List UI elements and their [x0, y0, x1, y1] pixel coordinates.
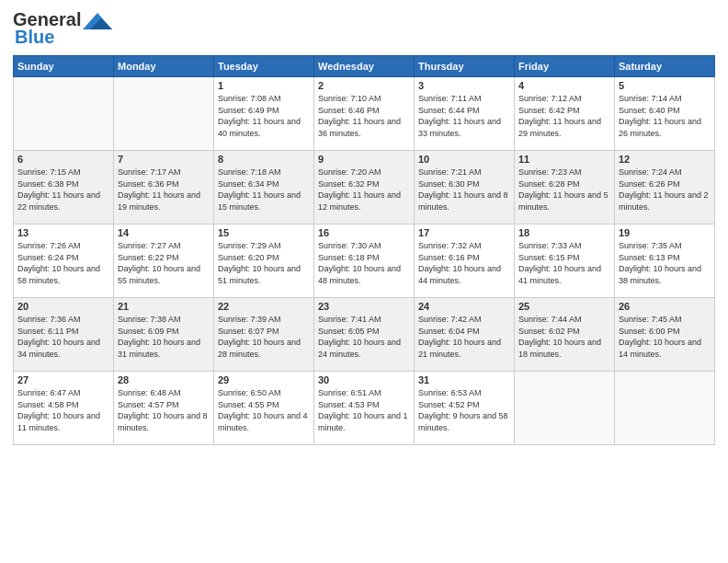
- calendar-cell: 7Sunrise: 7:17 AM Sunset: 6:36 PM Daylig…: [114, 151, 214, 224]
- calendar-cell: 24Sunrise: 7:42 AM Sunset: 6:04 PM Dayli…: [415, 298, 515, 372]
- day-info: Sunrise: 7:32 AM Sunset: 6:16 PM Dayligh…: [418, 240, 510, 286]
- day-number: 20: [17, 301, 109, 312]
- day-number: 12: [619, 154, 711, 165]
- day-info: Sunrise: 7:35 AM Sunset: 6:13 PM Dayligh…: [619, 240, 711, 286]
- day-info: Sunrise: 7:10 AM Sunset: 6:46 PM Dayligh…: [318, 93, 410, 139]
- calendar-cell: 21Sunrise: 7:38 AM Sunset: 6:09 PM Dayli…: [114, 298, 214, 372]
- day-info: Sunrise: 7:20 AM Sunset: 6:32 PM Dayligh…: [318, 167, 410, 213]
- calendar-week-row: 1Sunrise: 7:08 AM Sunset: 6:49 PM Daylig…: [14, 77, 715, 151]
- day-info: Sunrise: 7:45 AM Sunset: 6:00 PM Dayligh…: [619, 314, 711, 360]
- header-day: Saturday: [615, 56, 715, 77]
- day-number: 26: [619, 301, 711, 312]
- header-row: SundayMondayTuesdayWednesdayThursdayFrid…: [14, 56, 715, 77]
- day-info: Sunrise: 7:36 AM Sunset: 6:11 PM Dayligh…: [17, 314, 109, 360]
- day-number: 6: [17, 154, 109, 165]
- calendar-cell: 8Sunrise: 7:18 AM Sunset: 6:34 PM Daylig…: [214, 151, 314, 224]
- day-number: 2: [318, 80, 410, 91]
- day-number: 14: [118, 227, 210, 238]
- calendar-cell: 15Sunrise: 7:29 AM Sunset: 6:20 PM Dayli…: [214, 224, 314, 298]
- day-info: Sunrise: 7:41 AM Sunset: 6:05 PM Dayligh…: [318, 314, 410, 360]
- calendar-cell: 16Sunrise: 7:30 AM Sunset: 6:18 PM Dayli…: [314, 224, 415, 298]
- day-info: Sunrise: 7:27 AM Sunset: 6:22 PM Dayligh…: [118, 240, 210, 286]
- calendar-cell: 26Sunrise: 7:45 AM Sunset: 6:00 PM Dayli…: [615, 298, 715, 372]
- day-info: Sunrise: 7:11 AM Sunset: 6:44 PM Dayligh…: [418, 93, 510, 139]
- day-info: Sunrise: 7:15 AM Sunset: 6:38 PM Dayligh…: [17, 167, 109, 213]
- calendar-page: General Blue SundayMondayTuesdayWednesda…: [0, 0, 728, 563]
- logo-icon: [83, 13, 112, 29]
- day-info: Sunrise: 7:24 AM Sunset: 6:26 PM Dayligh…: [619, 167, 711, 213]
- calendar-week-row: 20Sunrise: 7:36 AM Sunset: 6:11 PM Dayli…: [14, 298, 715, 372]
- header-day: Monday: [114, 56, 214, 77]
- day-info: Sunrise: 6:53 AM Sunset: 4:52 PM Dayligh…: [418, 387, 510, 433]
- calendar-cell: 29Sunrise: 6:50 AM Sunset: 4:55 PM Dayli…: [214, 372, 314, 445]
- day-number: 22: [218, 301, 310, 312]
- day-number: 16: [318, 227, 410, 238]
- header-day: Friday: [515, 56, 615, 77]
- calendar-cell: [515, 372, 615, 445]
- day-number: 31: [418, 374, 510, 385]
- calendar-cell: 1Sunrise: 7:08 AM Sunset: 6:49 PM Daylig…: [214, 77, 314, 151]
- header-day: Sunday: [14, 56, 114, 77]
- calendar-cell: 14Sunrise: 7:27 AM Sunset: 6:22 PM Dayli…: [114, 224, 214, 298]
- day-info: Sunrise: 7:33 AM Sunset: 6:15 PM Dayligh…: [518, 240, 610, 286]
- calendar-cell: 10Sunrise: 7:21 AM Sunset: 6:30 PM Dayli…: [415, 151, 515, 224]
- day-number: 5: [619, 80, 711, 91]
- day-info: Sunrise: 7:14 AM Sunset: 6:40 PM Dayligh…: [619, 93, 711, 139]
- day-number: 3: [418, 80, 510, 91]
- day-number: 30: [318, 374, 410, 385]
- day-number: 28: [118, 374, 210, 385]
- header: General Blue: [13, 9, 715, 48]
- day-info: Sunrise: 7:39 AM Sunset: 6:07 PM Dayligh…: [218, 314, 310, 360]
- day-number: 10: [418, 154, 510, 165]
- day-info: Sunrise: 7:38 AM Sunset: 6:09 PM Dayligh…: [118, 314, 210, 360]
- calendar-cell: 3Sunrise: 7:11 AM Sunset: 6:44 PM Daylig…: [415, 77, 515, 151]
- day-info: Sunrise: 6:47 AM Sunset: 4:58 PM Dayligh…: [17, 387, 109, 433]
- day-number: 13: [17, 227, 109, 238]
- calendar-cell: 27Sunrise: 6:47 AM Sunset: 4:58 PM Dayli…: [14, 372, 114, 445]
- calendar-cell: 5Sunrise: 7:14 AM Sunset: 6:40 PM Daylig…: [615, 77, 715, 151]
- calendar-cell: [615, 372, 715, 445]
- day-info: Sunrise: 7:23 AM Sunset: 6:28 PM Dayligh…: [518, 167, 610, 213]
- day-info: Sunrise: 7:21 AM Sunset: 6:30 PM Dayligh…: [418, 167, 510, 213]
- day-number: 25: [518, 301, 610, 312]
- day-info: Sunrise: 7:42 AM Sunset: 6:04 PM Dayligh…: [418, 314, 510, 360]
- calendar-cell: 31Sunrise: 6:53 AM Sunset: 4:52 PM Dayli…: [415, 372, 515, 445]
- day-info: Sunrise: 7:08 AM Sunset: 6:49 PM Dayligh…: [218, 93, 310, 139]
- day-number: 4: [518, 80, 610, 91]
- calendar-cell: 4Sunrise: 7:12 AM Sunset: 6:42 PM Daylig…: [515, 77, 615, 151]
- day-info: Sunrise: 7:29 AM Sunset: 6:20 PM Dayligh…: [218, 240, 310, 286]
- calendar-cell: 20Sunrise: 7:36 AM Sunset: 6:11 PM Dayli…: [14, 298, 114, 372]
- day-number: 19: [619, 227, 711, 238]
- calendar-cell: 2Sunrise: 7:10 AM Sunset: 6:46 PM Daylig…: [314, 77, 415, 151]
- calendar-cell: 13Sunrise: 7:26 AM Sunset: 6:24 PM Dayli…: [14, 224, 114, 298]
- day-info: Sunrise: 7:12 AM Sunset: 6:42 PM Dayligh…: [518, 93, 610, 139]
- logo: General Blue: [13, 9, 112, 48]
- calendar-week-row: 27Sunrise: 6:47 AM Sunset: 4:58 PM Dayli…: [14, 372, 715, 445]
- calendar-cell: 12Sunrise: 7:24 AM Sunset: 6:26 PM Dayli…: [615, 151, 715, 224]
- day-number: 29: [218, 374, 310, 385]
- calendar-cell: 28Sunrise: 6:48 AM Sunset: 4:57 PM Dayli…: [114, 372, 214, 445]
- calendar-cell: 22Sunrise: 7:39 AM Sunset: 6:07 PM Dayli…: [214, 298, 314, 372]
- calendar-week-row: 6Sunrise: 7:15 AM Sunset: 6:38 PM Daylig…: [14, 151, 715, 224]
- header-day: Wednesday: [314, 56, 415, 77]
- calendar-table: SundayMondayTuesdayWednesdayThursdayFrid…: [13, 55, 715, 445]
- day-number: 9: [318, 154, 410, 165]
- day-info: Sunrise: 6:50 AM Sunset: 4:55 PM Dayligh…: [218, 387, 310, 433]
- day-number: 18: [518, 227, 610, 238]
- day-number: 21: [118, 301, 210, 312]
- calendar-cell: 19Sunrise: 7:35 AM Sunset: 6:13 PM Dayli…: [615, 224, 715, 298]
- day-number: 8: [218, 154, 310, 165]
- day-info: Sunrise: 7:30 AM Sunset: 6:18 PM Dayligh…: [318, 240, 410, 286]
- day-number: 7: [118, 154, 210, 165]
- day-info: Sunrise: 7:44 AM Sunset: 6:02 PM Dayligh…: [518, 314, 610, 360]
- calendar-cell: [114, 77, 214, 151]
- calendar-week-row: 13Sunrise: 7:26 AM Sunset: 6:24 PM Dayli…: [14, 224, 715, 298]
- day-number: 11: [518, 154, 610, 165]
- calendar-cell: 17Sunrise: 7:32 AM Sunset: 6:16 PM Dayli…: [415, 224, 515, 298]
- day-number: 15: [218, 227, 310, 238]
- day-info: Sunrise: 7:26 AM Sunset: 6:24 PM Dayligh…: [17, 240, 109, 286]
- calendar-cell: 18Sunrise: 7:33 AM Sunset: 6:15 PM Dayli…: [515, 224, 615, 298]
- calendar-cell: 25Sunrise: 7:44 AM Sunset: 6:02 PM Dayli…: [515, 298, 615, 372]
- day-number: 23: [318, 301, 410, 312]
- day-number: 17: [418, 227, 510, 238]
